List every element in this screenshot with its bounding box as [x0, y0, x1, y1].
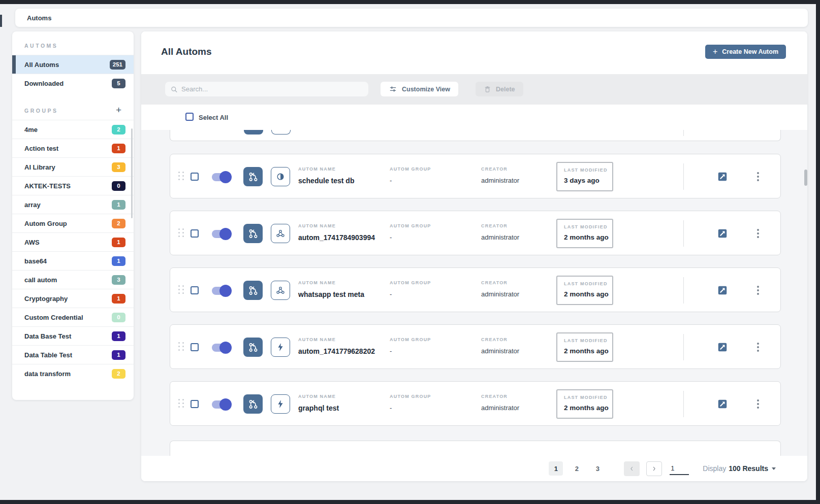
- git-branch-icon: [247, 398, 259, 410]
- autom-row: AUTOM NAME whatsapp test meta AUTOM GROU…: [170, 267, 781, 312]
- row-menu-button[interactable]: [752, 170, 764, 183]
- sidebar-section-automs: AUTOMS: [12, 31, 134, 55]
- select-all-checkbox[interactable]: [185, 113, 194, 121]
- enabled-toggle[interactable]: [212, 173, 231, 181]
- sidebar-section-groups: GROUPS: [12, 92, 116, 120]
- sidebar-group-item[interactable]: 4me 2: [12, 120, 134, 139]
- workflow-button[interactable]: [243, 338, 263, 357]
- search-icon: [170, 85, 178, 93]
- create-new-autom-button[interactable]: + Create New Autom: [705, 45, 786, 59]
- search-input[interactable]: [181, 85, 363, 93]
- window-frame-top: [0, 0, 820, 4]
- add-group-button[interactable]: +: [116, 105, 121, 116]
- enabled-toggle[interactable]: [212, 400, 231, 409]
- group-label: Action test: [24, 145, 112, 152]
- autom-type-button[interactable]: [271, 281, 290, 300]
- last-modified-value: 2 months ago: [564, 347, 612, 355]
- autom-type-button[interactable]: [271, 167, 290, 186]
- row-menu-button[interactable]: [752, 397, 764, 411]
- drag-handle-icon[interactable]: [178, 228, 184, 238]
- drag-handle-icon[interactable]: [178, 285, 184, 294]
- autom-group-value: -: [390, 233, 431, 241]
- sidebar-group-item[interactable]: base64 1: [12, 251, 134, 270]
- row-checkbox[interactable]: [191, 400, 199, 408]
- enabled-toggle[interactable]: [212, 287, 231, 295]
- workflow-button[interactable]: [243, 224, 263, 243]
- sidebar-group-item[interactable]: data transform 2: [12, 364, 134, 383]
- sidebar-group-item[interactable]: Autom Group 2: [12, 214, 134, 232]
- sidebar-item-all-automs[interactable]: All Automs 251: [12, 55, 134, 74]
- last-modified-header: LAST MODIFIED: [564, 338, 612, 343]
- toggle-knob: [219, 398, 232, 411]
- drag-handle-icon[interactable]: [178, 172, 184, 181]
- row-menu-button[interactable]: [752, 341, 764, 354]
- enabled-toggle[interactable]: [212, 230, 231, 238]
- group-count-badge: 2: [112, 369, 125, 379]
- customize-view-button[interactable]: Customize View: [381, 82, 458, 96]
- open-autom-button[interactable]: [717, 171, 728, 182]
- next-page-button[interactable]: [646, 461, 662, 476]
- autom-name-header: AUTOM NAME: [298, 394, 339, 399]
- row-checkbox[interactable]: [191, 173, 199, 181]
- page-button-1[interactable]: 1: [549, 461, 563, 476]
- toggle-knob: [219, 171, 232, 183]
- sidebar-group-item[interactable]: Cryptography 1: [12, 289, 134, 308]
- workflow-button[interactable]: [243, 394, 263, 414]
- creator-value: administrator: [481, 347, 519, 355]
- sidebar-group-item[interactable]: Custom Credential 0: [12, 308, 134, 326]
- page-number-buttons: 123: [549, 461, 605, 476]
- creator-header: CREATOR: [481, 223, 519, 228]
- group-label: AKTEK-TESTS: [24, 182, 112, 190]
- drag-handle-icon[interactable]: [178, 342, 184, 351]
- workflow-button[interactable]: [243, 167, 263, 186]
- page-button-2[interactable]: 2: [570, 461, 584, 476]
- sidebar-group-item[interactable]: Data Table Test 1: [12, 345, 134, 364]
- open-autom-button[interactable]: [717, 342, 728, 353]
- workflow-button[interactable]: [243, 281, 263, 300]
- autom-group-header: AUTOM GROUP: [390, 223, 431, 228]
- flash-icon: [275, 342, 286, 352]
- row-checkbox[interactable]: [191, 229, 199, 238]
- row-menu-button[interactable]: [752, 227, 764, 240]
- autom-type-button[interactable]: [271, 338, 290, 357]
- sidebar-group-item[interactable]: Data Base Test 1: [12, 326, 134, 345]
- sidebar-scrollbar[interactable]: [131, 128, 133, 218]
- row-menu-button[interactable]: [752, 284, 764, 297]
- last-modified-header: LAST MODIFIED: [564, 281, 612, 286]
- sidebar-group-item[interactable]: Action test 1: [12, 139, 134, 157]
- group-label: Cryptography: [24, 295, 112, 303]
- autom-type-button[interactable]: [271, 224, 290, 243]
- page-number-input[interactable]: [670, 462, 689, 475]
- sidebar-item-downloaded[interactable]: Downloaded 5: [12, 74, 134, 92]
- enabled-toggle[interactable]: [212, 344, 231, 352]
- pagination-bar: 123 Display 100 Results: [141, 456, 807, 481]
- sidebar-group-item[interactable]: AKTEK-TESTS 0: [12, 176, 134, 195]
- open-autom-button[interactable]: [717, 228, 728, 239]
- drag-handle-icon[interactable]: [178, 399, 184, 408]
- display-results-dropdown[interactable]: Display 100 Results: [703, 464, 776, 473]
- trash-icon: [484, 85, 491, 93]
- previous-page-button[interactable]: [624, 461, 640, 476]
- autom-name-value: autom_1741779628202: [298, 347, 375, 355]
- last-modified-box: LAST MODIFIED 3 days ago: [556, 162, 613, 191]
- sidebar-group-item[interactable]: AWS 1: [12, 232, 134, 251]
- autom-group-column: AUTOM GROUP -: [390, 280, 431, 298]
- page-button-3[interactable]: 3: [590, 461, 605, 476]
- row-checkbox[interactable]: [191, 286, 199, 294]
- sidebar-group-item[interactable]: AI Library 3: [12, 157, 134, 176]
- partial-row-bottom: [170, 441, 781, 456]
- row-checkbox[interactable]: [191, 343, 199, 351]
- creator-header: CREATOR: [481, 280, 519, 285]
- autom-type-button[interactable]: [271, 394, 290, 414]
- creator-value: administrator: [481, 233, 519, 241]
- open-autom-button[interactable]: [717, 398, 728, 410]
- main-scrollbar[interactable]: [804, 170, 807, 186]
- autom-group-column: AUTOM GROUP -: [390, 394, 431, 412]
- breadcrumb[interactable]: Automs: [27, 14, 51, 22]
- sidebar-group-item[interactable]: array 1: [12, 195, 134, 214]
- sidebar-group-item[interactable]: call autom 3: [12, 270, 134, 289]
- open-autom-button[interactable]: [717, 285, 728, 296]
- group-count-badge: 1: [112, 238, 125, 247]
- delete-button[interactable]: Delete: [476, 82, 523, 96]
- sidebar-item-count-badge: 5: [112, 79, 125, 88]
